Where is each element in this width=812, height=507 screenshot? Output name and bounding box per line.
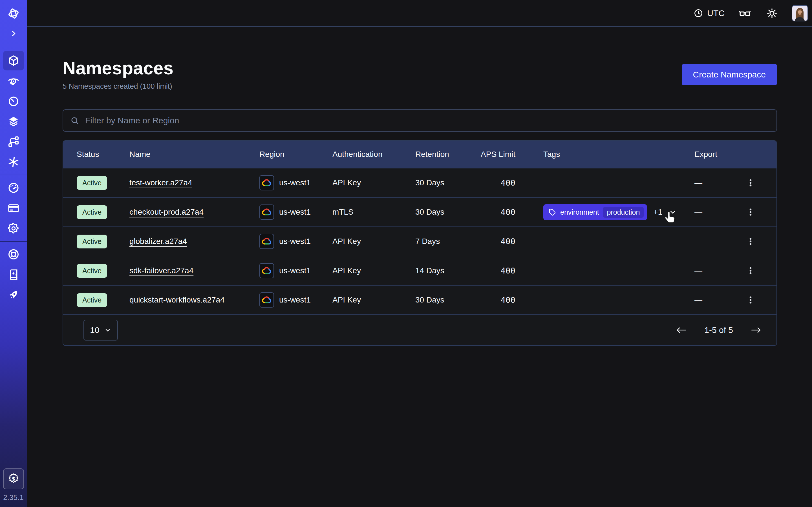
retention-period: 30 Days bbox=[415, 208, 480, 217]
sidebar-item-usage[interactable] bbox=[0, 178, 27, 198]
glasses-icon bbox=[739, 7, 751, 19]
plan-credits-button[interactable]: $ bbox=[3, 468, 24, 489]
status-badge: Active bbox=[77, 264, 107, 278]
export-status: — bbox=[695, 178, 737, 187]
previous-page-button[interactable] bbox=[674, 325, 689, 336]
layers-icon bbox=[7, 115, 20, 128]
kebab-menu-icon bbox=[746, 266, 755, 276]
gcp-cloud-icon bbox=[259, 175, 274, 190]
page-size-select[interactable]: 10 bbox=[84, 320, 118, 341]
table-row: Active sdk-failover.a27a4 us-west1 API K… bbox=[63, 256, 776, 285]
page-size-value: 10 bbox=[90, 325, 99, 335]
tag-icon bbox=[548, 208, 556, 216]
timezone-selector[interactable]: UTC bbox=[694, 8, 725, 18]
search-icon bbox=[70, 116, 80, 125]
export-status: — bbox=[695, 266, 737, 275]
status-badge: Active bbox=[77, 205, 107, 219]
svg-text:$: $ bbox=[11, 476, 15, 482]
namespaces-cube-icon bbox=[7, 54, 20, 67]
status-badge: Active bbox=[77, 235, 107, 248]
theme-toggle-button[interactable] bbox=[765, 6, 779, 20]
usage-gauge-icon bbox=[7, 182, 20, 194]
col-header-region: Region bbox=[259, 150, 333, 159]
docs-book-icon bbox=[7, 269, 20, 281]
temporal-logo[interactable] bbox=[7, 0, 20, 27]
sidebar-item-layers[interactable] bbox=[0, 111, 27, 131]
plan-badge-dollar-icon: $ bbox=[7, 473, 20, 485]
status-badge: Active bbox=[77, 176, 107, 190]
page-subtitle: 5 Namespaces created (100 limit) bbox=[63, 82, 173, 91]
retention-period: 30 Days bbox=[415, 295, 480, 304]
export-status: — bbox=[695, 237, 737, 246]
sidebar-item-schedules[interactable] bbox=[0, 91, 27, 111]
sidebar-item-getting-started[interactable] bbox=[0, 285, 27, 305]
export-status: — bbox=[695, 295, 737, 304]
timezone-label: UTC bbox=[707, 8, 725, 18]
tag-pill[interactable]: environment production bbox=[543, 204, 647, 220]
labs-toggle-button[interactable] bbox=[738, 6, 752, 20]
export-status: — bbox=[695, 208, 737, 217]
tags-more-count: +1 bbox=[653, 208, 662, 217]
kebab-menu-icon bbox=[746, 237, 755, 246]
col-header-tags: Tags bbox=[543, 150, 695, 159]
col-header-retention: Retention bbox=[415, 150, 480, 159]
user-avatar[interactable] bbox=[792, 5, 808, 21]
kebab-menu-icon bbox=[746, 178, 755, 187]
settings-gear-icon bbox=[7, 222, 20, 235]
row-actions-menu-button[interactable] bbox=[737, 266, 764, 276]
support-lifebuoy-icon bbox=[7, 248, 20, 261]
sidebar-item-docs[interactable] bbox=[0, 265, 27, 285]
auth-method: API Key bbox=[333, 295, 415, 304]
getting-started-rocket-icon bbox=[7, 289, 20, 301]
sidebar-item-support[interactable] bbox=[0, 244, 27, 265]
row-actions-menu-button[interactable] bbox=[737, 207, 764, 217]
aps-limit: 400 bbox=[480, 207, 543, 217]
avatar-image bbox=[792, 6, 808, 21]
table-row: Active globalizer.a27a4 us-west1 API Key… bbox=[63, 226, 776, 256]
region-label: us-west1 bbox=[279, 295, 311, 304]
page-title: Namespaces bbox=[63, 58, 173, 78]
retention-period: 30 Days bbox=[415, 178, 480, 187]
table-row: Active quickstart-workflows.a27a4 us-wes… bbox=[63, 285, 776, 314]
next-page-button[interactable] bbox=[749, 325, 763, 336]
row-actions-menu-button[interactable] bbox=[737, 178, 764, 187]
create-namespace-button[interactable]: Create Namespace bbox=[682, 64, 777, 86]
filter-input[interactable] bbox=[85, 116, 770, 125]
aps-limit: 400 bbox=[480, 295, 543, 305]
table-row: Active test-worker.a27a4 us-west1 API Ke… bbox=[63, 168, 776, 197]
row-actions-menu-button[interactable] bbox=[737, 295, 764, 305]
gcp-cloud-icon bbox=[259, 205, 274, 220]
gcp-cloud-icon bbox=[259, 234, 274, 249]
region-label: us-west1 bbox=[279, 178, 311, 187]
tag-value: production bbox=[603, 207, 644, 218]
main-content: Namespaces 5 Namespaces created (100 lim… bbox=[27, 27, 812, 507]
observability-eye-icon bbox=[7, 75, 20, 87]
namespace-link[interactable]: sdk-failover.a27a4 bbox=[130, 266, 193, 275]
kebab-menu-icon bbox=[746, 295, 755, 305]
table-header-row: Status Name Region Authentication Retent… bbox=[63, 141, 776, 168]
col-header-aps-limit: APS Limit bbox=[480, 150, 543, 159]
sidebar-item-observability[interactable] bbox=[0, 71, 27, 91]
col-header-status: Status bbox=[77, 150, 130, 159]
filter-bar bbox=[63, 109, 777, 132]
namespace-link[interactable]: globalizer.a27a4 bbox=[130, 237, 187, 245]
sidebar-item-settings[interactable] bbox=[0, 218, 27, 238]
namespace-link[interactable]: checkout-prod.a27a4 bbox=[130, 208, 204, 216]
sidebar-expand-chevron-icon[interactable] bbox=[0, 27, 27, 40]
aps-limit: 400 bbox=[480, 237, 543, 246]
gcp-cloud-icon bbox=[259, 292, 274, 307]
auth-method: API Key bbox=[333, 178, 415, 187]
row-actions-menu-button[interactable] bbox=[737, 237, 764, 246]
sidebar-item-namespaces[interactable] bbox=[0, 50, 27, 71]
status-badge: Active bbox=[77, 293, 107, 307]
namespace-link[interactable]: test-worker.a27a4 bbox=[130, 178, 192, 187]
region-label: us-west1 bbox=[279, 266, 311, 275]
col-header-export: Export bbox=[695, 150, 737, 159]
kebab-menu-icon bbox=[746, 207, 755, 217]
billing-card-icon bbox=[7, 202, 20, 214]
namespace-link[interactable]: quickstart-workflows.a27a4 bbox=[130, 295, 225, 304]
sidebar-item-deployments[interactable] bbox=[0, 131, 27, 152]
sidebar-item-billing[interactable] bbox=[0, 198, 27, 218]
sidebar-item-nexus[interactable] bbox=[0, 152, 27, 172]
mouse-cursor bbox=[663, 211, 677, 224]
